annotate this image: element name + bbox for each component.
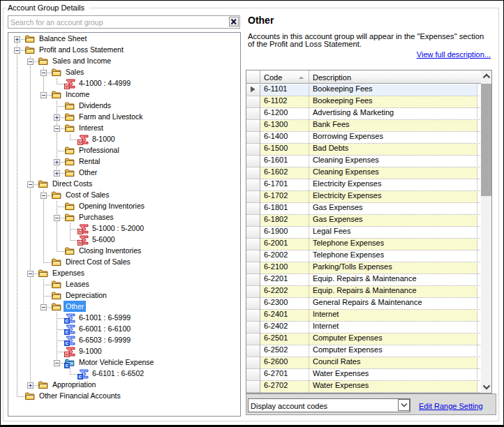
svg-text:C: C — [66, 329, 69, 334]
svg-text:C: C — [66, 363, 69, 368]
svg-text:M: M — [79, 229, 82, 234]
svg-text:C: C — [66, 340, 69, 345]
svg-text:C: C — [66, 318, 69, 323]
svg-text:M: M — [66, 352, 69, 357]
